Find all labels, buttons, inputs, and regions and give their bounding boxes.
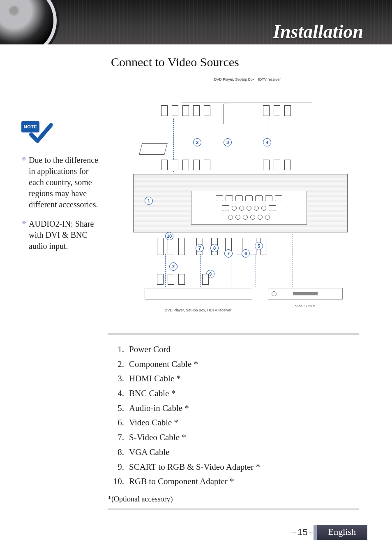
lens-graphic — [0, 0, 53, 44]
plug-row — [161, 160, 210, 170]
plug-row — [263, 160, 291, 170]
plug-row — [157, 274, 185, 285]
callout-1: 1 — [145, 197, 153, 205]
cable-item: S-Video Cable * — [108, 430, 359, 445]
cable-line — [227, 118, 227, 172]
divider — [108, 333, 359, 335]
callout-8: 8 — [210, 244, 219, 252]
callout-2: 2 — [193, 138, 201, 146]
callout-7b: 7 — [224, 249, 233, 258]
section-title: Connect to Video Sources — [111, 55, 367, 69]
device-label-top: DVD Player, Set-top Box, HDTV receiver — [206, 77, 288, 82]
cable-line — [200, 254, 201, 287]
cable-item: BNC Cable * — [108, 386, 359, 401]
plug-row — [161, 105, 210, 116]
callout-2b: 2 — [169, 262, 178, 271]
projector-body — [133, 174, 348, 232]
cable-item: RGB to Component Adapter * — [108, 474, 359, 489]
plug-row — [263, 105, 291, 116]
page-number: 15 — [297, 527, 307, 538]
cable-list: Power Cord Component Cable * HDMI Cable … — [108, 342, 359, 489]
device-label-br: Vide Output — [276, 304, 334, 309]
adapter-graphic — [139, 143, 168, 155]
device-top — [181, 92, 312, 102]
callout-5: 5 — [255, 242, 263, 250]
page: Installation Connect to Video Sources NO… — [0, 0, 392, 557]
plug-row — [202, 274, 209, 285]
cable-item: Audio-in Cable * — [108, 401, 359, 416]
cable-item: HDMI Cable * — [108, 371, 359, 386]
cable-item: Video Cable * — [108, 415, 359, 430]
callout-4: 4 — [263, 138, 271, 146]
optional-accessory-note: *(Optional accessory) — [108, 495, 359, 504]
note-bullet-list: Due to the difference in applications fo… — [21, 155, 101, 252]
connection-diagram: DVD Player, Set-top Box, HDTV receiver 2… — [120, 77, 350, 316]
header-banner: Installation — [0, 0, 392, 44]
content-area: Connect to Video Sources NOTE Due to the… — [0, 49, 392, 557]
checkmark-icon — [29, 123, 53, 146]
divider — [108, 508, 359, 510]
cable-item: SCART to RGB & S-Video Adapter * — [108, 460, 359, 475]
cable-line — [293, 234, 293, 287]
callout-6: 6 — [242, 249, 250, 258]
chapter-title: Installation — [273, 21, 363, 42]
device-label-bl: DVD Player, Set-top Box, HDTV receiver — [157, 308, 239, 313]
callout-7: 7 — [196, 244, 204, 252]
device-bottom-left — [145, 288, 252, 299]
sidebar-notes: NOTE Due to the difference in applicatio… — [21, 121, 101, 260]
plug-row — [157, 238, 185, 255]
note-badge: NOTE — [21, 121, 54, 149]
cable-item: Power Cord — [108, 342, 359, 357]
note-bullet: Due to the difference in applications fo… — [21, 155, 101, 210]
rear-panel — [191, 191, 307, 225]
cable-list-section: Power Cord Component Cable * HDMI Cable … — [108, 328, 359, 517]
language-tab: English — [314, 525, 367, 540]
device-bottom-right — [268, 288, 343, 299]
cable-item: VGA Cable — [108, 445, 359, 460]
cable-line — [256, 254, 256, 287]
callout-10: 10 — [165, 232, 173, 240]
cable-line — [231, 254, 231, 287]
cable-item: Component Cable * — [108, 357, 359, 372]
callout-3: 3 — [224, 138, 232, 146]
note-bullet: AUDIO2-IN: Share with DVI & BNC audio in… — [21, 218, 101, 252]
page-footer: 15 English — [297, 525, 367, 540]
